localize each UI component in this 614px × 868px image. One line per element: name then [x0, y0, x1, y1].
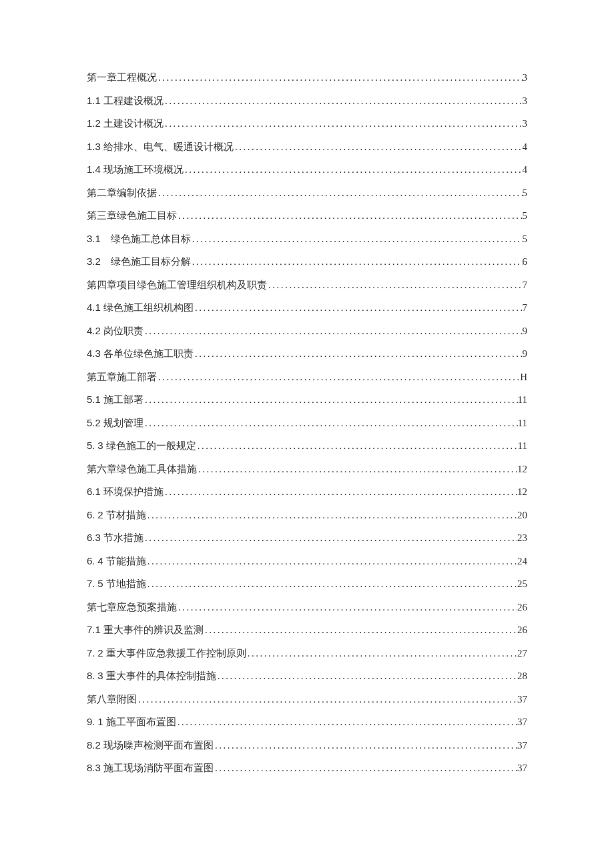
toc-entry-page: 20 — [517, 510, 527, 520]
toc-entry: 第四章项目绿色施工管理组织机构及职责7 — [87, 280, 527, 303]
table-of-contents: 第一章工程概况31.1 工程建设概况31.2 土建设计概况31.3 给排水、电气… — [87, 72, 527, 786]
toc-leader-dots — [157, 73, 523, 83]
toc-leader-dots — [184, 165, 522, 175]
toc-entry: 5. 3 绿色施工的一般规定11 — [87, 440, 527, 464]
toc-entry-page: 3 — [523, 119, 528, 129]
toc-entry: 3.2 绿色施工目标分解6 — [87, 256, 527, 280]
toc-entry-title: 第八章附图 — [87, 694, 137, 704]
toc-entry-page: 12 — [517, 487, 527, 497]
toc-entry-page: 37 — [517, 763, 527, 773]
toc-entry-page: 11 — [518, 395, 527, 405]
toc-leader-dots — [191, 257, 523, 267]
toc-entry-title: 7. 5 节地措施 — [87, 578, 146, 588]
toc-leader-dots — [197, 464, 517, 474]
toc-entry: 7. 5 节地措施25 — [87, 578, 527, 602]
toc-entry-page: 4 — [523, 165, 528, 175]
toc-entry: 第一章工程概况3 — [87, 72, 527, 95]
toc-entry-title: 第七章应急预案措施 — [87, 602, 177, 612]
toc-entry: 1.3 给排水、电气、暖通设计概况4 — [87, 141, 527, 165]
toc-entry: 5.1 施工部署11 — [87, 394, 527, 418]
toc-entry-title: 1.4 现场施工环境概况 — [87, 164, 184, 174]
toc-entry: 1.4 现场施工环境概况4 — [87, 164, 527, 187]
toc-entry-page: 26 — [517, 625, 527, 635]
toc-entry-page: 26 — [517, 602, 527, 612]
toc-entry-title: 5.1 施工部署 — [87, 394, 143, 404]
toc-entry-page: 11 — [518, 441, 527, 451]
toc-entry-title: 8.3 施工现场消防平面布置图 — [87, 763, 214, 773]
toc-entry: 1.1 工程建设概况3 — [87, 95, 527, 119]
toc-entry: 1.2 土建设计概况3 — [87, 118, 527, 141]
toc-entry-page: 6 — [523, 257, 528, 267]
toc-entry-title: 6. 2 节材措施 — [87, 510, 146, 520]
toc-entry-title: 4.1 绿色施工组织机构图 — [87, 302, 194, 312]
toc-leader-dots — [196, 441, 518, 451]
toc-entry-page: 24 — [517, 556, 527, 566]
toc-leader-dots — [204, 625, 517, 635]
toc-entry-title: 3.1 绿色施工总体目标 — [87, 234, 191, 244]
toc-entry: 第八章附图37 — [87, 694, 527, 717]
toc-entry-title: 第六章绿色施工具体措施 — [87, 464, 197, 474]
toc-leader-dots — [164, 487, 517, 497]
toc-entry-page: 9 — [523, 326, 528, 336]
toc-leader-dots — [177, 602, 517, 612]
toc-entry: 7.1 重大事件的辨识及监测26 — [87, 624, 527, 648]
toc-entry-title: 1.2 土建设计概况 — [87, 118, 164, 128]
toc-entry-title: 5. 3 绿色施工的一般规定 — [87, 440, 196, 450]
toc-leader-dots — [234, 142, 522, 152]
toc-entry-page: 12 — [517, 464, 527, 474]
toc-entry: 4.2 岗位职责9 — [87, 326, 527, 349]
toc-entry: 8. 3 重大事件的具体控制措施28 — [87, 671, 527, 694]
toc-entry: 5.2 规划管理11 — [87, 418, 527, 441]
toc-entry-page: 7 — [523, 280, 528, 290]
toc-entry: 第三章绿色施工目标5 — [87, 210, 527, 234]
toc-entry: 3.1 绿色施工总体目标5 — [87, 234, 527, 257]
document-page: 第一章工程概况31.1 工程建设概况31.2 土建设计概况31.3 给排水、电气… — [0, 0, 614, 786]
toc-entry-page: 3 — [523, 73, 528, 83]
toc-entry: 8.3 施工现场消防平面布置图37 — [87, 763, 527, 786]
toc-entry-title: 4.2 岗位职责 — [87, 326, 143, 336]
toc-entry-page: 5 — [523, 234, 528, 244]
toc-leader-dots — [191, 234, 523, 244]
toc-leader-dots — [176, 717, 517, 727]
toc-entry-title: 7. 2 重大事件应急救援工作控制原则 — [87, 648, 246, 658]
toc-leader-dots — [246, 648, 517, 659]
toc-entry-title: 第一章工程概况 — [87, 72, 157, 82]
toc-leader-dots — [267, 280, 523, 290]
toc-entry-page: 5 — [523, 211, 528, 221]
toc-entry-page: 37 — [517, 741, 527, 751]
toc-entry-page: 23 — [517, 533, 527, 543]
toc-entry: 6.1 环境保护措施12 — [87, 486, 527, 510]
toc-entry-title: 第四章项目绿色施工管理组织机构及职责 — [87, 280, 267, 290]
toc-leader-dots — [143, 533, 517, 543]
toc-entry-page: 25 — [517, 579, 527, 589]
toc-leader-dots — [164, 96, 522, 106]
toc-leader-dots — [177, 211, 523, 221]
toc-entry-title: 3.2 绿色施工目标分解 — [87, 256, 191, 266]
toc-entry-page: 27 — [517, 648, 527, 659]
toc-entry-title: 6.3 节水措施 — [87, 532, 143, 542]
toc-entry-page: 37 — [517, 717, 527, 727]
toc-entry-title: 4.3 各单位绿色施工职责 — [87, 348, 194, 358]
toc-leader-dots — [143, 418, 518, 428]
toc-leader-dots — [157, 372, 520, 382]
toc-entry-page: 9 — [523, 349, 528, 359]
toc-entry-page: 3 — [523, 96, 528, 106]
toc-leader-dots — [146, 579, 517, 589]
toc-leader-dots — [143, 395, 518, 405]
toc-leader-dots — [164, 119, 522, 129]
toc-entry-page: 37 — [517, 695, 527, 705]
toc-entry: 7. 2 重大事件应急救援工作控制原则27 — [87, 648, 527, 671]
toc-leader-dots — [143, 326, 522, 336]
toc-leader-dots — [157, 188, 523, 198]
toc-entry-title: 7.1 重大事件的辨识及监测 — [87, 624, 204, 634]
toc-entry: 第五章施工部署H — [87, 372, 527, 395]
toc-entry-title: 8.2 现场噪声检测平面布置图 — [87, 740, 214, 750]
toc-entry-page: 28 — [517, 671, 527, 681]
toc-entry-title: 9. 1 施工平面布置图 — [87, 717, 176, 727]
toc-entry-title: 第三章绿色施工目标 — [87, 210, 177, 220]
toc-entry: 4.1 绿色施工组织机构图7 — [87, 302, 527, 326]
toc-entry: 第七章应急预案措施26 — [87, 602, 527, 625]
toc-entry: 6. 2 节材措施20 — [87, 510, 527, 533]
toc-entry-page: 11 — [518, 418, 527, 428]
toc-entry-title: 1.3 给排水、电气、暖通设计概况 — [87, 141, 234, 151]
